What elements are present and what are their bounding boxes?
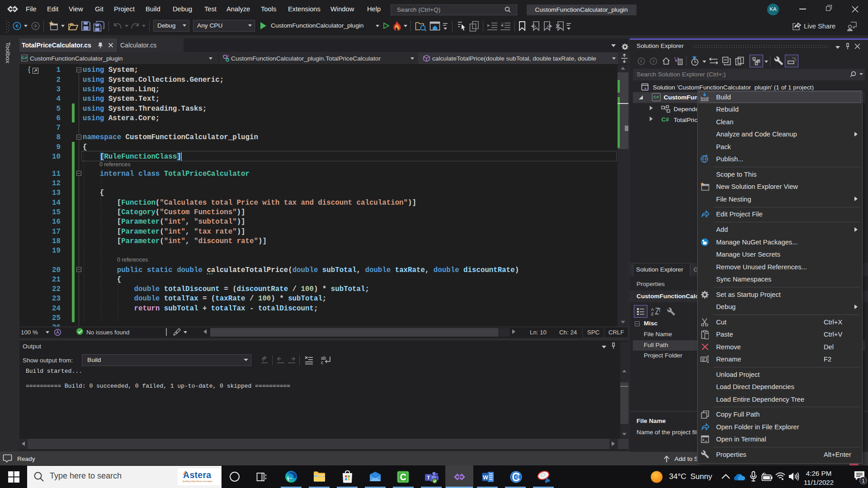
svg-text:W: W xyxy=(483,474,488,481)
svg-text:c: c xyxy=(321,360,323,365)
svg-text:T: T xyxy=(427,475,430,480)
svg-text:Z: Z xyxy=(651,311,654,316)
svg-text:FC: FC xyxy=(515,476,519,479)
svg-text:'2: '2 xyxy=(501,22,504,26)
